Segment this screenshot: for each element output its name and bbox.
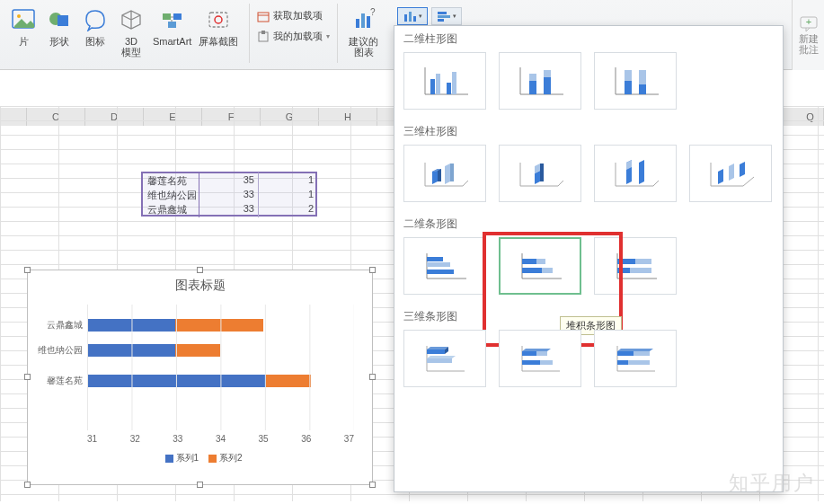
svg-rect-29 (452, 72, 456, 94)
category-label: 云鼎鑫城 (33, 319, 83, 332)
svg-rect-17 (409, 12, 412, 22)
svg-rect-12 (356, 19, 359, 28)
comment-icon: + (799, 15, 819, 33)
svg-rect-26 (430, 79, 435, 94)
clustered-bar-thumb[interactable] (403, 237, 486, 295)
svg-point-1 (17, 14, 21, 18)
svg-rect-6 (168, 22, 176, 28)
stacked-column-thumb[interactable] (499, 52, 581, 110)
rec-chart-icon: ? (350, 5, 378, 34)
new-comment-button[interactable]: + 新建 批注 (792, 0, 824, 70)
3d-stacked-bar-thumb[interactable] (499, 330, 581, 387)
svg-rect-7 (209, 13, 227, 27)
stacked-bar-thumb[interactable] (499, 237, 581, 295)
category-label: 维也纳公园 (33, 344, 83, 357)
svg-rect-11 (261, 31, 265, 34)
recommended-charts-button[interactable]: ? 建议的 图表 (345, 4, 382, 59)
svg-rect-39 (625, 70, 632, 81)
bar-series1[interactable] (87, 344, 175, 357)
model3d-button[interactable]: 3D 模型 (113, 4, 149, 59)
bar-series2[interactable] (175, 319, 263, 332)
svg-rect-3 (58, 15, 68, 26)
clustered-column-thumb[interactable] (403, 52, 486, 110)
svg-rect-46 (427, 270, 454, 274)
chevron-down-icon: ▾ (453, 13, 456, 20)
100pct-stacked-bar-thumb[interactable] (594, 237, 677, 295)
embedded-chart[interactable]: 图表标题 云鼎鑫城 维也纳公园 馨莲名苑 31323334353637 (27, 270, 373, 485)
column-chart-dropdown[interactable]: ▾ (397, 7, 428, 25)
svg-rect-45 (427, 262, 450, 267)
smartart-icon (158, 5, 187, 34)
addins-group: 获取加载项 我的加载项▾ (257, 9, 330, 43)
legend-swatch (208, 455, 217, 463)
svg-rect-4 (163, 13, 171, 20)
shapes-icon (45, 5, 74, 34)
svg-rect-9 (258, 13, 269, 22)
svg-rect-52 (542, 268, 553, 273)
addins-icon (257, 31, 270, 43)
svg-rect-51 (522, 268, 542, 273)
x-axis: 31323334353637 (87, 434, 354, 447)
bar-series2[interactable] (175, 344, 220, 357)
svg-rect-27 (436, 74, 440, 94)
svg-rect-28 (447, 83, 451, 94)
category-label: 馨莲名苑 (33, 375, 83, 387)
separator (249, 4, 250, 63)
3d-clustered-column-thumb[interactable] (403, 145, 486, 202)
3d-stacked-column-thumb[interactable] (499, 145, 581, 202)
svg-rect-33 (529, 74, 536, 81)
3d-100pct-bar-thumb[interactable] (594, 330, 677, 387)
svg-rect-5 (173, 13, 182, 20)
chart-type-buttons: ▾ ▾ (397, 7, 462, 25)
svg-rect-58 (630, 268, 651, 273)
bar-series1[interactable] (87, 375, 266, 387)
legend-swatch (165, 455, 173, 463)
svg-rect-49 (522, 259, 536, 264)
chart-title[interactable]: 图表标题 (28, 278, 372, 294)
smartart-button[interactable]: SmartArt (149, 4, 195, 49)
svg-rect-14 (367, 16, 370, 28)
svg-rect-44 (427, 257, 443, 261)
svg-rect-32 (529, 81, 536, 94)
svg-rect-19 (438, 12, 447, 14)
pictures-icon (9, 5, 38, 34)
section-heading: 二维条形图 (394, 211, 783, 237)
watermark: 知乎用户 (729, 470, 815, 497)
3d-column-thumb[interactable] (689, 145, 772, 202)
3d-100pct-column-thumb[interactable] (594, 145, 677, 202)
icons-button[interactable]: 图标 (77, 4, 113, 49)
selection-outline (141, 172, 317, 217)
chevron-down-icon: ▾ (419, 13, 422, 20)
svg-point-8 (215, 16, 222, 23)
bar-series1[interactable] (87, 319, 175, 332)
svg-text:?: ? (370, 8, 376, 17)
svg-rect-50 (536, 259, 545, 264)
100pct-stacked-column-thumb[interactable] (594, 52, 677, 110)
svg-rect-35 (544, 70, 551, 77)
pictures-button[interactable]: 片 (5, 4, 41, 49)
3d-clustered-bar-thumb[interactable] (403, 330, 486, 387)
chevron-down-icon: ▾ (326, 32, 330, 40)
svg-text:+: + (805, 16, 811, 27)
section-heading: 二维柱形图 (394, 26, 783, 52)
get-addins-button[interactable]: 获取加载项 (257, 9, 330, 22)
screenshot-icon (204, 5, 233, 34)
shapes-button[interactable]: 形状 (41, 4, 77, 49)
chart-legend[interactable]: 系列1 系列2 (28, 452, 372, 464)
svg-rect-13 (361, 13, 365, 28)
chart-type-panel: 二维柱形图 三维柱形图 二维条形图 堆积条形图 三维条形图 (394, 25, 784, 492)
my-addins-button[interactable]: 我的加载项▾ (257, 30, 330, 43)
store-icon (257, 10, 270, 22)
icons-icon (81, 5, 110, 34)
svg-rect-56 (635, 259, 651, 264)
plot-area[interactable]: 云鼎鑫城 维也纳公园 馨莲名苑 (87, 305, 354, 430)
bar-series2[interactable] (266, 375, 311, 387)
svg-rect-18 (413, 16, 416, 22)
separator (337, 4, 338, 63)
screenshot-button[interactable]: 屏幕截图 (195, 4, 242, 49)
bar-chart-dropdown[interactable]: ▾ (431, 7, 462, 25)
svg-rect-41 (639, 70, 646, 84)
svg-rect-34 (544, 77, 551, 94)
svg-rect-16 (404, 14, 407, 22)
svg-rect-21 (438, 19, 444, 22)
